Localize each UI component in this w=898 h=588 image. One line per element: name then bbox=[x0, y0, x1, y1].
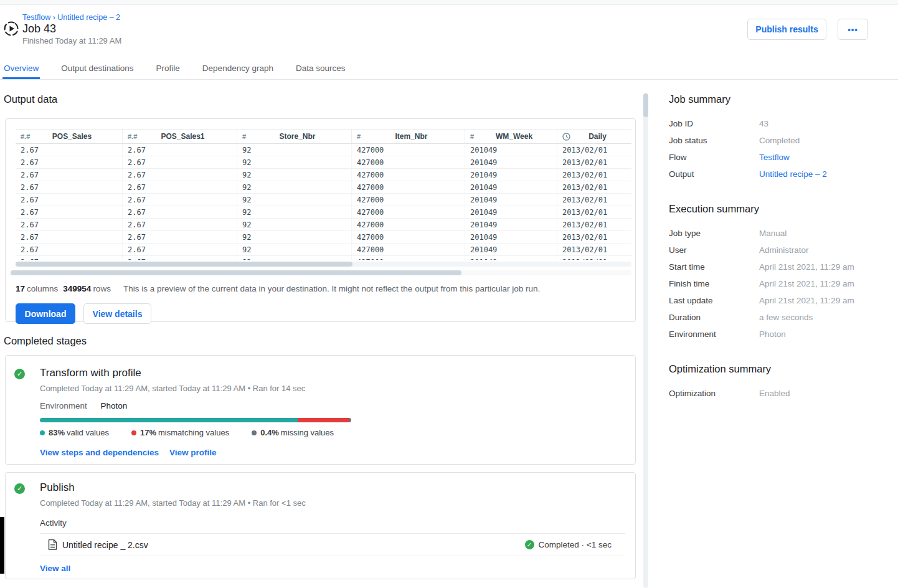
view-details-button[interactable]: View details bbox=[83, 303, 151, 324]
table-row: 2.672.67924270002010492013/02/01 bbox=[16, 206, 631, 219]
section-job-summary: Job summaryJob ID43Job statusCompletedFl… bbox=[669, 93, 887, 183]
table-cell: 2.67 bbox=[16, 144, 123, 156]
rows-count: 349954 bbox=[63, 284, 91, 293]
kv-value-link[interactable]: Testflow bbox=[759, 153, 790, 162]
environment-label: Environment bbox=[40, 401, 87, 410]
column-header-wm-week[interactable]: #WM_Week bbox=[465, 130, 557, 143]
table-cell: 201049 bbox=[465, 194, 557, 206]
output-data-card: #.#POS_Sales#.#POS_Sales1#Store_Nbr#Item… bbox=[5, 118, 636, 322]
integer-type-icon: # bbox=[242, 133, 256, 140]
table-cell: 201049 bbox=[465, 156, 557, 168]
tab-output-destinations[interactable]: Output destinations bbox=[60, 59, 135, 79]
optimization-summary-heading: Optimization summary bbox=[669, 363, 887, 375]
scrollbar-thumb[interactable] bbox=[11, 270, 461, 275]
quality-legend: 83%valid values17%mismatching values0.4%… bbox=[40, 428, 625, 437]
download-button[interactable]: Download bbox=[16, 303, 75, 324]
table-cell: 2.67 bbox=[16, 181, 123, 193]
view-profile-link[interactable]: View profile bbox=[169, 448, 217, 457]
legend-label: valid values bbox=[67, 428, 109, 437]
table-cell: 427000 bbox=[352, 231, 465, 243]
column-header-daily[interactable]: Daily bbox=[557, 130, 631, 143]
tab-overview[interactable]: Overview bbox=[2, 59, 40, 79]
table-cell: 2.67 bbox=[16, 219, 123, 230]
view-steps-and-dependencies-link[interactable]: View steps and dependencies bbox=[40, 448, 159, 457]
table-cell: 201049 bbox=[465, 169, 557, 181]
stage-links: View steps and dependenciesView profile bbox=[40, 448, 625, 457]
job-summary-heading: Job summary bbox=[669, 93, 887, 105]
legend-dot-icon bbox=[40, 430, 45, 435]
card-horizontal-scrollbar[interactable] bbox=[11, 270, 631, 275]
table-cell: 92 bbox=[237, 244, 352, 255]
table-cell: 2013/02/01 bbox=[557, 219, 631, 230]
table-cell: 427000 bbox=[352, 219, 465, 230]
kv-value: Manual bbox=[759, 229, 787, 238]
kv-value: April 21st 2021, 11:29 am bbox=[759, 262, 854, 272]
kv-value: Administrator bbox=[759, 245, 809, 255]
table-cell: 2.67 bbox=[16, 156, 123, 168]
kv-label: User bbox=[669, 245, 759, 255]
tab-data-sources[interactable]: Data sources bbox=[295, 59, 347, 79]
kv-row-output: OutputUntitled recipe – 2 bbox=[669, 166, 887, 183]
kv-row-optimization: OptimizationEnabled bbox=[669, 385, 887, 402]
success-check-icon: ✓ bbox=[525, 540, 534, 549]
tab-dependency-graph[interactable]: Dependency graph bbox=[201, 59, 275, 79]
column-label: WM_Week bbox=[486, 132, 557, 141]
breadcrumb-recipe-link[interactable]: Untitled recipe – 2 bbox=[57, 13, 120, 22]
activity-status-text: Completed · <1 sec bbox=[539, 540, 612, 549]
column-header-pos-sales[interactable]: #.#POS_Sales bbox=[16, 130, 123, 143]
kv-label: Job status bbox=[669, 136, 759, 145]
column-label: POS_Sales1 bbox=[144, 132, 237, 141]
table-cell: 2.67 bbox=[123, 244, 237, 255]
kv-row-job-status: Job statusCompleted bbox=[669, 132, 887, 149]
tab-profile[interactable]: Profile bbox=[155, 59, 181, 79]
stage-title: Publish bbox=[40, 481, 625, 494]
kv-label: Job type bbox=[669, 229, 759, 238]
column-label: Item_Nbr bbox=[373, 132, 465, 141]
kv-label: Finish time bbox=[669, 279, 759, 288]
table-cell: 427000 bbox=[352, 169, 465, 181]
activity-label: Activity bbox=[40, 518, 625, 534]
valid-values-segment bbox=[40, 418, 298, 422]
publish-results-button[interactable]: Publish results bbox=[747, 19, 826, 40]
table-cell: 2.67 bbox=[123, 256, 237, 260]
column-header-store-nbr[interactable]: #Store_Nbr bbox=[237, 130, 352, 143]
table-row: 2.672.67924270002010492013/02/01 bbox=[16, 144, 631, 156]
table-cell: 92 bbox=[237, 219, 352, 230]
execution-summary-heading: Execution summary bbox=[669, 203, 887, 215]
kv-label: Optimization bbox=[669, 389, 759, 398]
table-horizontal-scrollbar[interactable] bbox=[16, 262, 631, 267]
kv-value-link[interactable]: Untitled recipe – 2 bbox=[759, 169, 827, 179]
table-cell: 2013/02/01 bbox=[557, 181, 631, 193]
legend-item-valid-values: 83%valid values bbox=[40, 428, 109, 437]
breadcrumb-flow-link[interactable]: Testflow bbox=[22, 13, 50, 22]
scrollbar-thumb[interactable] bbox=[16, 262, 352, 267]
table-cell: 92 bbox=[237, 256, 352, 260]
more-options-button[interactable]: ••• bbox=[838, 19, 868, 40]
table-cell: 92 bbox=[237, 231, 352, 243]
table-cell: 427000 bbox=[352, 156, 465, 168]
table-row: 2.672.67924270002010492013/02/01 bbox=[16, 231, 631, 244]
content-vertical-scrollbar-track[interactable] bbox=[643, 93, 648, 588]
integer-type-icon: # bbox=[357, 133, 371, 140]
kv-value: 43 bbox=[759, 119, 768, 128]
column-header-pos-sales1[interactable]: #.#POS_Sales1 bbox=[123, 130, 237, 143]
table-cell: 2.67 bbox=[123, 194, 237, 206]
table-cell: 2013/02/01 bbox=[557, 194, 631, 206]
table-cell: 427000 bbox=[352, 206, 465, 218]
kv-label: Last update bbox=[669, 296, 759, 305]
view-all-link[interactable]: View all bbox=[40, 564, 70, 573]
screen-edge-artifact bbox=[0, 517, 4, 574]
table-cell: 2013/02/01 bbox=[557, 244, 631, 255]
kv-label: Flow bbox=[669, 153, 759, 162]
kv-row-duration: Durationa few seconds bbox=[669, 309, 887, 326]
table-row: 2.672.67924270002010492013/02/01 bbox=[16, 244, 631, 256]
legend-label: missing values bbox=[281, 428, 334, 437]
table-cell: 2.67 bbox=[123, 206, 237, 218]
table-row: 2.672.67924270002010492013/02/01 bbox=[16, 156, 631, 169]
kv-row-finish-time: Finish timeApril 21st 2021, 11:29 am bbox=[669, 275, 887, 292]
legend-label: mismatching values bbox=[158, 428, 229, 437]
column-header-item-nbr[interactable]: #Item_Nbr bbox=[352, 130, 465, 143]
activity-row[interactable]: Untitled recipe _ 2.csv ✓ Completed · <1… bbox=[40, 534, 625, 556]
content-vertical-scrollbar-thumb[interactable] bbox=[643, 93, 648, 117]
page-title: Job 43 bbox=[22, 22, 56, 36]
